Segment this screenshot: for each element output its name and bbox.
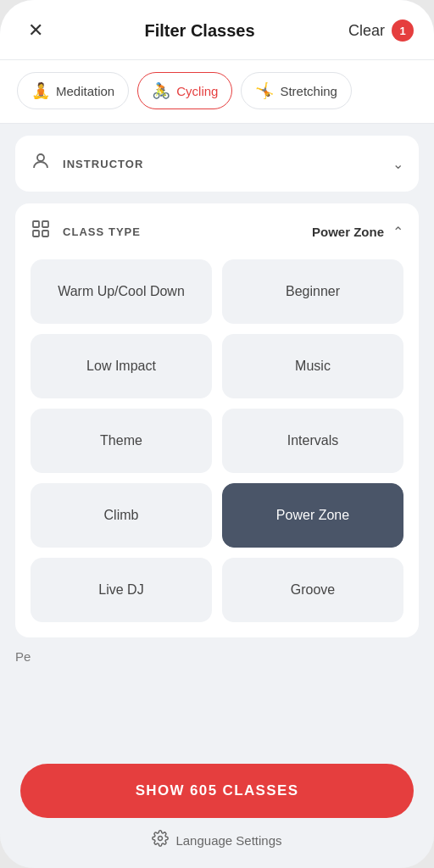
svg-rect-4 <box>42 231 48 236</box>
grid-item-live-dj[interactable]: Live DJ <box>31 558 212 622</box>
grid-item-warm-up[interactable]: Warm Up/Cool Down <box>31 259 212 324</box>
peek-row: Pe <box>15 649 419 670</box>
instructor-section: INSTRUCTOR ⌄ <box>15 136 419 192</box>
chip-cycling[interactable]: 🚴 Cycling <box>137 72 232 109</box>
chip-meditation[interactable]: 🧘 Meditation <box>17 72 129 109</box>
class-type-label: CLASS TYPE <box>63 225 141 238</box>
class-type-value: Power Zone <box>312 225 384 239</box>
instructor-row[interactable]: INSTRUCTOR ⌄ <box>31 136 403 192</box>
class-type-row[interactable]: CLASS TYPE Power Zone ⌃ <box>31 203 403 259</box>
svg-rect-3 <box>33 231 39 236</box>
gear-icon <box>152 830 169 851</box>
grid-item-music[interactable]: Music <box>222 334 403 398</box>
class-type-chevron: ⌃ <box>392 224 403 240</box>
class-type-grid: Warm Up/Cool Down Beginner Low Impact Mu… <box>31 259 403 637</box>
meditation-icon: 🧘 <box>31 81 50 100</box>
phone-container: ✕ Filter Classes Clear 1 🧘 Meditation 🚴 … <box>0 0 434 868</box>
clear-label: Clear <box>348 22 385 40</box>
language-settings-button[interactable]: Language Settings <box>152 830 281 851</box>
filter-sections: INSTRUCTOR ⌄ <box>0 124 434 752</box>
chip-stretching[interactable]: 🤸 Stretching <box>241 72 352 109</box>
instructor-chevron: ⌄ <box>392 156 403 172</box>
svg-rect-2 <box>42 221 48 227</box>
instructor-label: INSTRUCTOR <box>63 158 143 170</box>
grid-item-beginner[interactable]: Beginner <box>222 259 403 324</box>
class-type-right: Power Zone ⌃ <box>312 224 403 240</box>
peek-label: Pe <box>15 649 31 664</box>
class-type-left: CLASS TYPE <box>31 219 141 244</box>
class-type-icon <box>31 219 51 244</box>
bottom-area: SHOW 605 CLASSES Language Settings <box>0 752 434 868</box>
page-title: Filter Classes <box>144 21 254 41</box>
grid-item-intervals[interactable]: Intervals <box>222 409 403 473</box>
clear-button[interactable]: Clear 1 <box>348 19 414 42</box>
close-button[interactable]: ✕ <box>20 15 51 46</box>
header: ✕ Filter Classes Clear 1 <box>0 0 434 60</box>
svg-point-5 <box>159 837 163 841</box>
grid-item-theme[interactable]: Theme <box>31 409 212 473</box>
instructor-right: ⌄ <box>392 156 403 172</box>
stretching-icon: 🤸 <box>255 81 274 100</box>
grid-item-climb[interactable]: Climb <box>31 483 212 548</box>
language-settings-label: Language Settings <box>175 833 281 848</box>
category-chips: 🧘 Meditation 🚴 Cycling 🤸 Stretching <box>0 60 434 124</box>
grid-item-groove[interactable]: Groove <box>222 558 403 622</box>
filter-badge: 1 <box>392 19 414 42</box>
cycling-icon: 🚴 <box>152 81 170 100</box>
chip-stretching-label: Stretching <box>280 84 337 98</box>
class-type-section: CLASS TYPE Power Zone ⌃ Warm Up/Cool Dow… <box>15 203 419 637</box>
instructor-icon <box>31 151 51 176</box>
instructor-left: INSTRUCTOR <box>31 151 143 176</box>
chip-meditation-label: Meditation <box>56 84 114 98</box>
grid-item-power-zone[interactable]: Power Zone <box>222 483 403 548</box>
show-classes-button[interactable]: SHOW 605 CLASSES <box>20 764 414 818</box>
chip-cycling-label: Cycling <box>176 84 218 98</box>
grid-item-low-impact[interactable]: Low Impact <box>31 334 212 398</box>
svg-point-0 <box>37 154 44 161</box>
svg-rect-1 <box>33 221 39 227</box>
